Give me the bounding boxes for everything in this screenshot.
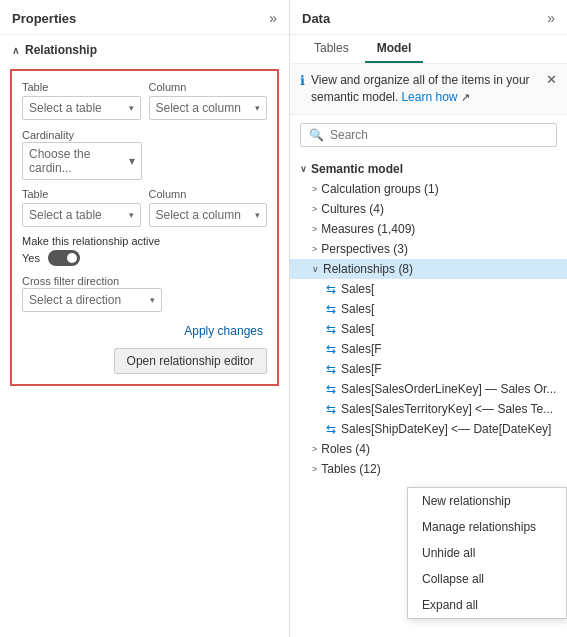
context-new-relationship[interactable]: New relationship <box>408 488 566 514</box>
context-collapse-all[interactable]: Collapse all <box>408 566 566 592</box>
column1-group: Column Select a column ▾ <box>149 81 268 120</box>
rel-label-1: Sales[ <box>341 282 374 296</box>
rel-label-4: Sales[F <box>341 342 382 356</box>
rel-label-8: Sales[ShipDateKey] <— Date[DateKey] <box>341 422 551 436</box>
column2-label: Column <box>149 188 268 200</box>
tree-item-tables[interactable]: > Tables (12) <box>290 459 567 479</box>
tree-item-roles[interactable]: > Roles (4) <box>290 439 567 459</box>
learn-how-link[interactable]: Learn how <box>401 90 457 104</box>
tree-area: ∨ Semantic model > Calculation groups (1… <box>290 155 567 637</box>
data-title: Data <box>302 11 330 26</box>
cultures-chevron: > <box>312 204 317 214</box>
tab-tables[interactable]: Tables <box>302 35 361 63</box>
rel-label-5: Sales[F <box>341 362 382 376</box>
cardinality-placeholder: Choose the cardin... <box>29 147 129 175</box>
perspectives-chevron: > <box>312 244 317 254</box>
tab-bar: Tables Model <box>290 35 567 64</box>
tree-rel-3[interactable]: ⇆ Sales[ <box>290 319 567 339</box>
cardinality-select[interactable]: Choose the cardin... ▾ <box>22 142 142 180</box>
column2-select[interactable]: Select a column ▾ <box>149 203 268 227</box>
cross-filter-placeholder: Select a direction <box>29 293 121 307</box>
table1-group: Table Select a table ▾ <box>22 81 141 120</box>
relationship-label: Relationship <box>25 43 97 57</box>
column1-placeholder: Select a column <box>156 101 241 115</box>
active-toggle[interactable] <box>48 250 80 266</box>
context-unhide-all[interactable]: Unhide all <box>408 540 566 566</box>
apply-changes-button[interactable]: Apply changes <box>180 322 267 340</box>
perspectives-label: Perspectives (3) <box>321 242 408 256</box>
rel-label-7: Sales[SalesTerritoryKey] <— Sales Te... <box>341 402 553 416</box>
column1-caret: ▾ <box>255 103 260 113</box>
right-panel: Data » Tables Model ℹ View and organize … <box>290 0 567 637</box>
data-header: Data » <box>290 0 567 35</box>
expand-icon[interactable]: » <box>269 10 277 26</box>
relationships-children: ⇆ Sales[ ⇆ Sales[ ⇆ Sales[ ⇆ Sales[F ⇆ S… <box>290 279 567 439</box>
context-menu: New relationship Manage relationships Un… <box>407 487 567 619</box>
tree-rel-2[interactable]: ⇆ Sales[ <box>290 299 567 319</box>
active-label: Make this relationship active <box>22 235 267 247</box>
chevron-icon: ∧ <box>12 45 19 56</box>
tree-item-cultures[interactable]: > Cultures (4) <box>290 199 567 219</box>
table1-caret: ▾ <box>129 103 134 113</box>
tables-label: Tables (12) <box>321 462 380 476</box>
tree-item-perspectives[interactable]: > Perspectives (3) <box>290 239 567 259</box>
properties-title: Properties <box>12 11 76 26</box>
tables-chevron: > <box>312 464 317 474</box>
table2-label: Table <box>22 188 141 200</box>
tree-rel-1[interactable]: ⇆ Sales[ <box>290 279 567 299</box>
tree-rel-8[interactable]: ⇆ Sales[ShipDateKey] <— Date[DateKey] <box>290 419 567 439</box>
measures-chevron: > <box>312 224 317 234</box>
rel-icon-7: ⇆ <box>326 402 336 416</box>
cultures-label: Cultures (4) <box>321 202 384 216</box>
root-label: Semantic model <box>311 162 403 176</box>
table1-select[interactable]: Select a table ▾ <box>22 96 141 120</box>
column1-select[interactable]: Select a column ▾ <box>149 96 268 120</box>
column2-caret: ▾ <box>255 210 260 220</box>
action-buttons: Apply changes Open relationship editor <box>22 322 267 374</box>
tree-rel-5[interactable]: ⇆ Sales[F <box>290 359 567 379</box>
cross-filter-select[interactable]: Select a direction ▾ <box>22 288 162 312</box>
info-bar: ℹ View and organize all of the items in … <box>290 64 567 115</box>
cross-filter-caret: ▾ <box>150 295 155 305</box>
rel-icon-6: ⇆ <box>326 382 336 396</box>
column2-placeholder: Select a column <box>156 208 241 222</box>
search-icon: 🔍 <box>309 128 324 142</box>
relationship-section-header: ∧ Relationship <box>0 35 289 61</box>
column1-label: Column <box>149 81 268 93</box>
calc-label: Calculation groups (1) <box>321 182 438 196</box>
tree-item-relationships[interactable]: ∨ Relationships (8) <box>290 259 567 279</box>
tree-item-measures[interactable]: > Measures (1,409) <box>290 219 567 239</box>
table2-group: Table Select a table ▾ <box>22 188 141 227</box>
tree-item-calculation-groups[interactable]: > Calculation groups (1) <box>290 179 567 199</box>
context-expand-all[interactable]: Expand all <box>408 592 566 618</box>
measures-label: Measures (1,409) <box>321 222 415 236</box>
table-column-row-2: Table Select a table ▾ Column Select a c… <box>22 188 267 227</box>
column2-group: Column Select a column ▾ <box>149 188 268 227</box>
tree-rel-7[interactable]: ⇆ Sales[SalesTerritoryKey] <— Sales Te..… <box>290 399 567 419</box>
tree-rel-4[interactable]: ⇆ Sales[F <box>290 339 567 359</box>
toggle-yes-label: Yes <box>22 252 40 264</box>
info-text: View and organize all of the items in yo… <box>311 72 540 106</box>
table1-label: Table <box>22 81 141 93</box>
tree-root[interactable]: ∨ Semantic model <box>290 159 567 179</box>
data-expand-icon[interactable]: » <box>547 10 555 26</box>
rel-icon-2: ⇆ <box>326 302 336 316</box>
context-manage-relationships[interactable]: Manage relationships <box>408 514 566 540</box>
cardinality-label: Cardinality <box>22 129 74 141</box>
table-column-row-1: Table Select a table ▾ Column Select a c… <box>22 81 267 120</box>
search-input[interactable] <box>330 128 548 142</box>
tree-rel-6[interactable]: ⇆ Sales[SalesOrderLineKey] — Sales Or... <box>290 379 567 399</box>
rel-icon-4: ⇆ <box>326 342 336 356</box>
open-editor-button[interactable]: Open relationship editor <box>114 348 267 374</box>
table2-select[interactable]: Select a table ▾ <box>22 203 141 227</box>
rel-icon-5: ⇆ <box>326 362 336 376</box>
rel-icon-8: ⇆ <box>326 422 336 436</box>
tab-model[interactable]: Model <box>365 35 424 63</box>
info-close-button[interactable]: ✕ <box>546 72 557 87</box>
calc-chevron: > <box>312 184 317 194</box>
root-chevron: ∨ <box>300 164 307 174</box>
roles-label: Roles (4) <box>321 442 370 456</box>
rel-icon-1: ⇆ <box>326 282 336 296</box>
table2-placeholder: Select a table <box>29 208 102 222</box>
cardinality-row: Cardinality Choose the cardin... ▾ <box>22 128 267 180</box>
